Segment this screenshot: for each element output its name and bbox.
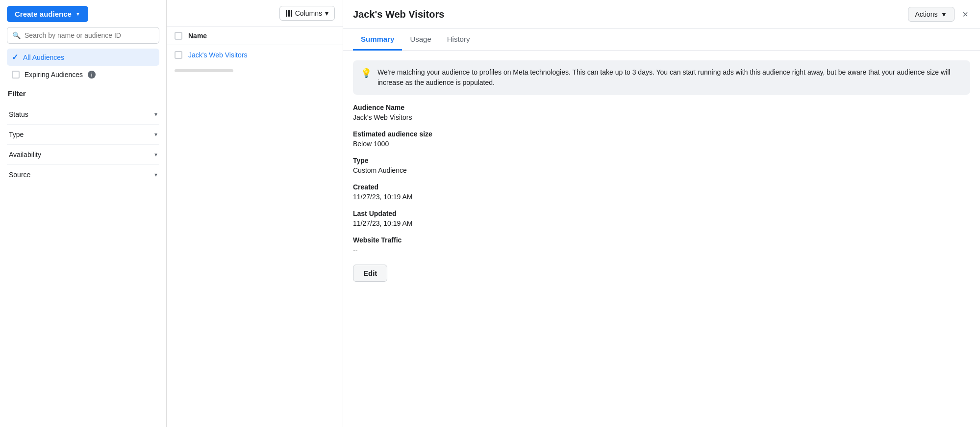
expiring-audiences-label: Expiring Audiences: [25, 71, 83, 79]
actions-chevron-icon: ▼: [940, 10, 947, 18]
estimated-size-value: Below 1000: [353, 140, 970, 148]
columns-icon: [286, 10, 292, 17]
info-banner: 💡 We're matching your audience to profil…: [353, 60, 970, 95]
tab-usage-label: Usage: [410, 35, 431, 43]
audience-name-field: Audience Name Jack's Web Visitors: [353, 104, 970, 121]
all-audiences-label: All Audiences: [23, 53, 64, 61]
tab-summary[interactable]: Summary: [353, 29, 402, 51]
audience-table: Columns ▾ Name Jack's Web Visitors: [167, 0, 343, 427]
availability-chevron-icon: ▾: [154, 151, 157, 158]
source-label: Source: [9, 171, 30, 179]
expiring-audiences-filter[interactable]: Expiring Audiences i: [7, 67, 159, 82]
table-row[interactable]: Jack's Web Visitors: [167, 45, 343, 65]
bulb-icon: 💡: [361, 68, 372, 79]
detail-header: Jack's Web Visitors Actions ▼ ×: [343, 0, 980, 29]
last-updated-value: 11/27/23, 10:19 AM: [353, 219, 970, 227]
type-label: Type: [9, 131, 24, 138]
tab-summary-label: Summary: [361, 35, 394, 43]
status-label: Status: [9, 110, 28, 118]
status-chevron-icon: ▾: [154, 111, 157, 118]
table-header-row: Name: [167, 27, 343, 45]
tab-history[interactable]: History: [439, 29, 478, 51]
type-chevron-icon: ▾: [154, 131, 157, 138]
type-value: Custom Audience: [353, 166, 970, 174]
availability-filter[interactable]: Availability ▾: [7, 145, 159, 165]
search-icon: 🔍: [12, 31, 21, 39]
filter-section-title: Filter: [7, 87, 159, 100]
create-audience-label: Create audience: [15, 10, 72, 18]
last-updated-label: Last Updated: [353, 210, 970, 217]
tab-history-label: History: [447, 35, 470, 43]
website-traffic-field: Website Traffic --: [353, 236, 970, 254]
website-traffic-value: --: [353, 246, 970, 254]
detail-title: Jack's Web Visitors: [353, 9, 444, 20]
estimated-size-label: Estimated audience size: [353, 130, 970, 138]
info-banner-text: We're matching your audience to profiles…: [377, 67, 962, 88]
detail-panel: Jack's Web Visitors Actions ▼ × Summary …: [343, 0, 980, 427]
checkmark-icon: ✓: [12, 53, 18, 62]
columns-chevron-icon: ▾: [325, 9, 328, 17]
created-label: Created: [353, 183, 970, 191]
columns-button[interactable]: Columns ▾: [279, 6, 335, 21]
search-box: 🔍: [7, 27, 159, 44]
type-field: Type Custom Audience: [353, 157, 970, 174]
create-chevron-icon: ▼: [75, 11, 80, 17]
estimated-size-field: Estimated audience size Below 1000: [353, 130, 970, 148]
detail-tabs: Summary Usage History: [343, 29, 980, 51]
name-column-header: Name: [188, 32, 207, 40]
actions-label: Actions: [915, 10, 938, 18]
audience-filter-list: ✓ All Audiences Expiring Audiences i: [7, 49, 159, 82]
audience-link[interactable]: Jack's Web Visitors: [188, 51, 247, 59]
scroll-indicator: [175, 69, 233, 72]
detail-actions: Actions ▼ ×: [908, 7, 970, 22]
type-filter[interactable]: Type ▾: [7, 125, 159, 145]
table-toolbar: Columns ▾: [167, 0, 343, 27]
search-input[interactable]: [25, 31, 154, 39]
created-field: Created 11/27/23, 10:19 AM: [353, 183, 970, 201]
info-icon[interactable]: i: [88, 71, 96, 79]
website-traffic-label: Website Traffic: [353, 236, 970, 244]
audience-name-label: Audience Name: [353, 104, 970, 111]
header-checkbox[interactable]: [175, 32, 182, 40]
close-button[interactable]: ×: [960, 7, 970, 21]
tab-usage[interactable]: Usage: [402, 29, 439, 51]
status-filter[interactable]: Status ▾: [7, 105, 159, 125]
source-filter[interactable]: Source ▾: [7, 165, 159, 185]
last-updated-field: Last Updated 11/27/23, 10:19 AM: [353, 210, 970, 227]
checkbox-empty-icon: [12, 71, 20, 79]
detail-body: 💡 We're matching your audience to profil…: [343, 51, 980, 292]
create-audience-button[interactable]: Create audience ▼: [7, 6, 88, 22]
created-value: 11/27/23, 10:19 AM: [353, 193, 970, 201]
columns-label: Columns: [295, 9, 322, 17]
edit-button[interactable]: Edit: [353, 265, 387, 282]
filter-accordion: Status ▾ Type ▾ Availability ▾ Source ▾: [7, 105, 159, 185]
availability-label: Availability: [9, 151, 41, 159]
audience-name-value: Jack's Web Visitors: [353, 113, 970, 121]
sidebar: Create audience ▼ 🔍 ✓ All Audiences Expi…: [0, 0, 167, 427]
all-audiences-filter[interactable]: ✓ All Audiences: [7, 49, 159, 66]
type-label: Type: [353, 157, 970, 164]
table-content: Name Jack's Web Visitors: [167, 27, 343, 427]
source-chevron-icon: ▾: [154, 171, 157, 178]
actions-button[interactable]: Actions ▼: [908, 7, 955, 22]
row-checkbox[interactable]: [175, 51, 182, 59]
